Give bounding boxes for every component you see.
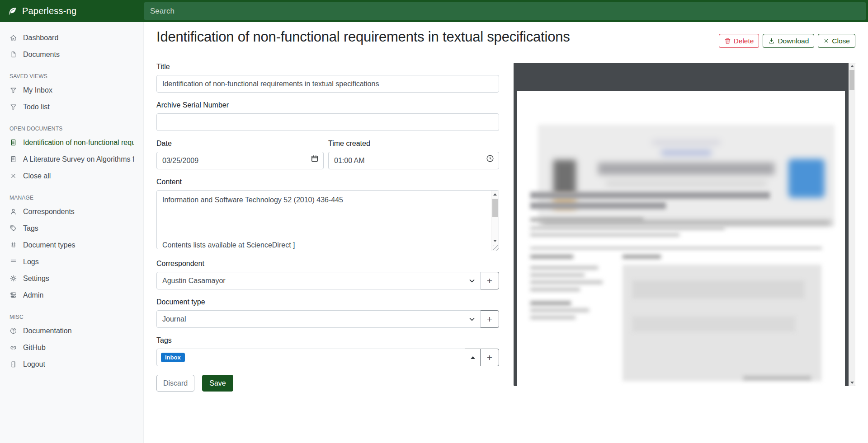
title-input[interactable] <box>156 75 499 93</box>
add-correspondent-button[interactable]: + <box>480 272 499 289</box>
sidebar-item-logs[interactable]: Logs <box>0 253 143 270</box>
tag-chip-inbox[interactable]: Inbox <box>161 353 185 362</box>
content-scrollbar-thumb[interactable] <box>492 199 498 217</box>
delete-button[interactable]: Delete <box>719 34 760 48</box>
file-icon <box>9 51 17 58</box>
toggles-icon <box>9 291 17 299</box>
sidebar-item-label: Correspondents <box>23 208 75 216</box>
sidebar-item-label: Admin <box>23 291 43 299</box>
document-type-label: Document type <box>156 298 499 306</box>
close-button[interactable]: Close <box>818 34 855 48</box>
file-text-icon <box>9 139 17 146</box>
sidebar-item-logout[interactable]: Logout <box>0 356 143 373</box>
sidebar-item-admin[interactable]: Admin <box>0 287 143 303</box>
sidebar-item-documentation[interactable]: Documentation <box>0 322 143 339</box>
textarea-resize-grip[interactable] <box>493 245 499 251</box>
scroll-up-arrow-icon[interactable] <box>491 191 499 198</box>
sidebar-item-github[interactable]: GitHub <box>0 339 143 356</box>
correspondent-select[interactable]: Agustin Casamayor <box>156 272 481 289</box>
clock-icon[interactable] <box>486 154 494 163</box>
brand-name: Paperless-ng <box>22 6 76 16</box>
link-icon <box>9 344 17 351</box>
download-icon <box>768 37 775 44</box>
sidebar-item-settings[interactable]: Settings <box>0 270 143 287</box>
tag-icon <box>9 224 17 232</box>
scroll-up-arrow-icon[interactable] <box>849 63 855 70</box>
download-button[interactable]: Download <box>763 34 814 48</box>
sidebar-open-document-1[interactable]: Identification of non-functional require… <box>0 134 143 151</box>
content-scrollbar[interactable] <box>491 191 499 251</box>
document-type-select[interactable]: Journal <box>156 310 481 328</box>
date-input[interactable] <box>156 152 324 169</box>
close-icon <box>9 172 17 180</box>
calendar-icon[interactable] <box>311 154 319 163</box>
scroll-down-arrow-icon[interactable] <box>849 379 855 386</box>
content-label: Content <box>156 178 499 186</box>
sidebar-item-dashboard[interactable]: Dashboard <box>0 29 143 46</box>
archive-serial-number-label: Archive Serial Number <box>156 101 499 109</box>
preview-scrollbar[interactable] <box>849 63 855 386</box>
sidebar-section-saved-views: SAVED VIEWS <box>9 73 134 80</box>
archive-serial-number-input[interactable] <box>156 113 499 131</box>
sidebar-section-open-documents: OPEN DOCUMENTS <box>9 126 134 132</box>
sidebar-item-close-all[interactable]: Close all <box>0 168 143 184</box>
document-preview <box>514 63 855 386</box>
sidebar-item-label: Settings <box>23 275 49 283</box>
time-created-label: Time created <box>328 140 499 148</box>
preview-scrollbar-thumb[interactable] <box>849 70 854 90</box>
list-lines-icon <box>9 258 17 266</box>
document-actions: Delete Download Close <box>719 34 855 48</box>
sidebar-item-label: Logs <box>23 258 39 266</box>
discard-button[interactable]: Discard <box>156 375 194 392</box>
preview-journal-banner <box>538 125 835 227</box>
add-tag-button[interactable]: + <box>480 349 499 366</box>
close-all-label: Close all <box>23 172 51 180</box>
sidebar-open-document-2[interactable]: A Literature Survey on Algorithms for Mu… <box>0 151 143 168</box>
delete-label: Delete <box>734 37 754 45</box>
sidebar: Dashboard Documents SAVED VIEWS My Inbox… <box>0 22 144 443</box>
document-type-value: Journal <box>162 315 186 323</box>
filter-funnel-icon <box>9 86 17 94</box>
save-button[interactable]: Save <box>202 375 233 392</box>
open-document-label: A Literature Survey on Algorithms for Mu… <box>23 155 134 163</box>
gear-icon <box>9 275 17 282</box>
app-brand[interactable]: Paperless-ng <box>0 0 144 22</box>
document-edit-form: Title Archive Serial Number Date Time cr… <box>156 63 499 392</box>
download-label: Download <box>778 37 809 45</box>
sidebar-item-label: Todo list <box>23 103 50 111</box>
title-label: Title <box>156 63 499 71</box>
filter-funnel-icon <box>9 103 17 111</box>
preview-page <box>517 91 845 386</box>
time-created-input[interactable] <box>328 152 499 169</box>
page-title: Identification of non-functional require… <box>156 26 719 48</box>
date-label: Date <box>156 140 324 148</box>
main-content: Identification of non-functional require… <box>144 22 868 443</box>
tags-dropdown-button[interactable] <box>465 349 481 366</box>
sidebar-item-label: GitHub <box>23 344 46 352</box>
sidebar-section-manage: MANAGE <box>9 195 134 201</box>
sidebar-item-todo-list[interactable]: Todo list <box>0 98 143 115</box>
sidebar-item-documents[interactable]: Documents <box>0 46 143 63</box>
sidebar-item-correspondents[interactable]: Correspondents <box>0 203 143 220</box>
content-textarea[interactable]: Information and Software Technology 52 (… <box>156 190 499 249</box>
sidebar-item-label: Document types <box>23 241 75 249</box>
top-navbar: Paperless-ng Search <box>0 0 868 22</box>
sidebar-item-my-inbox[interactable]: My Inbox <box>0 82 143 98</box>
page-header: Identification of non-functional require… <box>156 22 855 54</box>
trash-icon <box>724 37 731 44</box>
tags-label: Tags <box>156 336 499 345</box>
sidebar-item-document-types[interactable]: Document types <box>0 237 143 253</box>
tags-input[interactable]: Inbox <box>156 349 465 366</box>
search-input[interactable]: Search <box>144 2 866 20</box>
chevron-down-icon <box>468 316 476 323</box>
open-document-label: Identification of non-functional require… <box>23 139 134 147</box>
close-icon <box>823 38 829 44</box>
sidebar-item-tags[interactable]: Tags <box>0 220 143 237</box>
add-document-type-button[interactable]: + <box>480 310 499 328</box>
correspondent-label: Correspondent <box>156 260 499 268</box>
file-text-icon <box>9 155 17 163</box>
chevron-down-icon <box>468 277 476 284</box>
door-logout-icon <box>9 360 17 368</box>
scroll-down-arrow-icon[interactable] <box>491 237 499 244</box>
preview-toolbar <box>514 63 849 91</box>
